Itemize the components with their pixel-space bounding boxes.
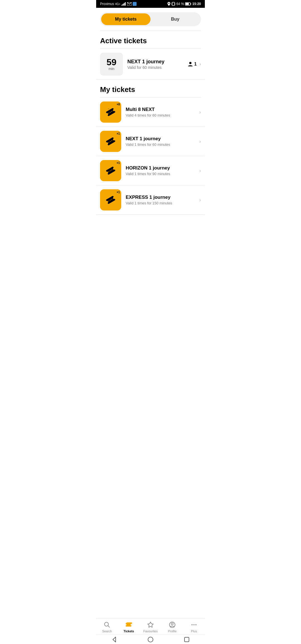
timer-box: 59 min — [100, 53, 123, 76]
svg-text:→: → — [111, 107, 114, 110]
active-ticket-item[interactable]: 59 min NEXT 1 journey Valid for 60 minut… — [96, 49, 205, 80]
ticket-icon-horizon1: ×1 — [100, 160, 121, 181]
battery-percent: 64 % — [176, 2, 184, 6]
svg-rect-9 — [175, 3, 175, 4]
ticket-next1-chevron: › — [199, 139, 201, 144]
time-display: 15:20 — [192, 2, 201, 6]
ticket-next1-info: NEXT 1 journey Valid 1 times for 60 minu… — [126, 136, 195, 147]
ticket-horizon1-name: HORIZON 1 journey — [126, 165, 195, 171]
svg-text:←: ← — [108, 107, 110, 110]
svg-point-14 — [189, 62, 191, 64]
status-left: Proximus 4G+ — [100, 2, 137, 6]
svg-rect-10 — [175, 4, 175, 5]
ticket-multi8-validity: Valid 4 times for 60 minutes — [126, 113, 195, 117]
passenger-number: 1 — [194, 62, 197, 67]
carrier-name: Proximus — [100, 2, 114, 6]
active-ticket-info: NEXT 1 journey Valid for 60 minutes — [127, 59, 183, 70]
battery-icon — [185, 2, 191, 6]
ticket-horizon1-validity: Valid 1 times for 90 minutes — [126, 172, 195, 176]
svg-rect-13 — [186, 3, 189, 5]
ticket-icon-express1: ×1 — [100, 189, 121, 210]
location-icon — [168, 2, 170, 6]
ticket-next1-validity: Valid 1 times for 60 minutes — [126, 142, 195, 147]
tab-switcher: My tickets Buy — [100, 12, 201, 26]
ticket-item-express1[interactable]: ×1 EXPRESS 1 journey Valid 1 times for 1… — [96, 185, 205, 215]
ticket-express1-name: EXPRESS 1 journey — [126, 195, 195, 200]
ticket-express1-chevron: › — [199, 197, 201, 203]
active-tickets-title: Active tickets — [96, 31, 205, 49]
ticket-multi8-chevron: › — [199, 109, 201, 115]
active-ticket-name: NEXT 1 journey — [127, 59, 183, 65]
svg-rect-3 — [125, 2, 126, 6]
svg-rect-2 — [124, 3, 125, 6]
status-right: 64 % 15:20 — [168, 2, 201, 6]
ticket-express1-validity: Valid 1 times for 150 minutes — [126, 201, 195, 205]
mail-icon — [127, 2, 132, 6]
svg-rect-7 — [171, 3, 172, 4]
ticket-icon-multi8: → ← ×8 — [100, 101, 121, 123]
ticket-horizon1-info: HORIZON 1 journey Valid 1 times for 90 m… — [126, 165, 195, 176]
signal-icon — [122, 2, 126, 6]
next1-badge: ×1 — [117, 132, 120, 135]
passenger-count: 1 › — [188, 61, 201, 67]
ticket-horizon1-chevron: › — [199, 168, 201, 174]
ticket-icon-next1: ×1 — [100, 131, 121, 152]
app-icon — [133, 2, 137, 6]
timer-unit: min — [109, 67, 115, 71]
ticket-svg-multi8: → ← — [104, 106, 117, 118]
ticket-svg-next1 — [104, 135, 117, 148]
ticket-next1-name: NEXT 1 journey — [126, 136, 195, 142]
my-tickets-title: My tickets — [96, 80, 205, 97]
svg-rect-1 — [123, 4, 123, 6]
ticket-multi8-name: Multi 8 NEXT — [126, 107, 195, 112]
vibrate-icon — [171, 2, 175, 6]
ticket-multi8-info: Multi 8 NEXT Valid 4 times for 60 minute… — [126, 107, 195, 117]
ticket-svg-horizon1 — [104, 164, 117, 177]
network-type: 4G+ — [115, 3, 120, 6]
svg-point-5 — [168, 3, 169, 4]
multi8-badge: ×8 — [117, 103, 120, 106]
svg-rect-8 — [171, 4, 172, 5]
express1-badge: ×1 — [117, 191, 120, 194]
status-bar: Proximus 4G+ 64 % — [96, 0, 205, 8]
person-icon — [188, 61, 193, 67]
timer-value: 59 — [106, 58, 116, 67]
buy-tab[interactable]: Buy — [151, 13, 200, 25]
ticket-svg-express1 — [104, 193, 117, 206]
svg-rect-6 — [172, 2, 174, 6]
ticket-express1-info: EXPRESS 1 journey Valid 1 times for 150 … — [126, 195, 195, 205]
active-ticket-chevron: › — [200, 62, 201, 67]
svg-rect-0 — [122, 5, 122, 6]
my-tickets-tab[interactable]: My tickets — [101, 13, 151, 25]
active-ticket-validity: Valid for 60 minutes — [127, 65, 183, 70]
ticket-item-multi8[interactable]: → ← ×8 Multi 8 NEXT Valid 4 times for 60… — [96, 98, 205, 127]
horizon1-badge: ×1 — [117, 161, 120, 164]
ticket-item-next1[interactable]: ×1 NEXT 1 journey Valid 1 times for 60 m… — [96, 127, 205, 156]
svg-rect-12 — [191, 3, 191, 5]
ticket-item-horizon1[interactable]: ×1 HORIZON 1 journey Valid 1 times for 9… — [96, 156, 205, 185]
